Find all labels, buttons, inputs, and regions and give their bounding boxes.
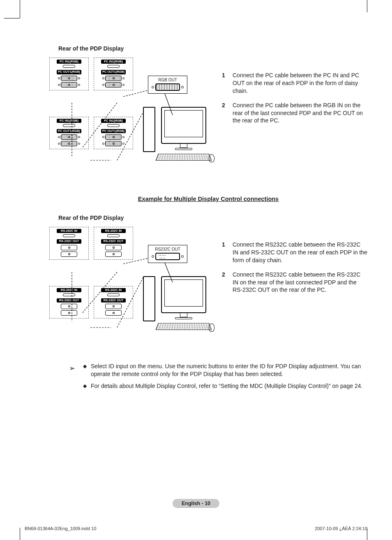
step-item: 2 Connect the PC cable between the RGB I…: [222, 102, 367, 125]
computer-illustration: [143, 276, 213, 332]
pdp-panel: PC IN1(RGB) PC OUT1(RGB): [49, 117, 89, 150]
pdp-panel: RS-232C IN RS-232C OUT: [94, 286, 133, 319]
pdp-panel: PC IN1(RGB) PC OUT1(RGB): [49, 58, 89, 90]
note-text: For details about Multiple Display Contr…: [91, 382, 362, 390]
steps-list-1: 1 Connect the PC cable between the PC IN…: [222, 72, 367, 125]
keyboard-icon: [156, 154, 212, 161]
page-number-badge: English - 10: [173, 499, 219, 508]
vga-connector: [58, 76, 80, 81]
serial-connector: [61, 304, 77, 309]
port-label-out: RS-232C OUT: [101, 239, 126, 243]
port-label-in: PC IN1(RGB): [57, 60, 81, 64]
serial-connector: [105, 245, 122, 250]
vga-connector: [102, 134, 125, 140]
pdp-panel: RS-232C IN RS-232C OUT: [49, 286, 89, 319]
diamond-icon: ◆: [83, 382, 87, 390]
keyboard-icon: [156, 323, 212, 330]
port-slot: [107, 234, 120, 237]
step-number: 2: [222, 102, 228, 125]
vga-connector: [102, 82, 125, 88]
diamond-icon: ◆: [83, 362, 87, 378]
serial-connector: [105, 304, 122, 309]
port-label-out: RS-232C OUT: [101, 298, 126, 302]
serial-connector: [61, 252, 77, 257]
section2-title: Rear of the PDP Display: [58, 215, 367, 221]
serial-connector: [61, 310, 77, 316]
mid-heading: Example for Multiple Display Control con…: [49, 196, 367, 202]
rs232c-out-label: RS232C OUT: [152, 247, 184, 252]
note-text: Select ID input on the menu. Use the num…: [91, 362, 363, 378]
port-label-out: PC OUT1(RGB): [57, 129, 81, 133]
step-item: 2 Connect the RS232C cable between the R…: [222, 271, 367, 294]
port-slot: [107, 65, 120, 68]
rgb-out-box: RGB OUT: [148, 76, 187, 94]
step-text: Connect the PC cable between the PC IN a…: [233, 72, 367, 95]
port-label-in: RS-232C IN: [101, 229, 126, 233]
port-label-in: PC IN1(RGB): [101, 119, 126, 123]
computer-illustration: [143, 107, 213, 162]
steps-list-2: 1 Connect the RS232C cable between the R…: [222, 241, 367, 294]
port-slot: [107, 293, 120, 296]
chevron-icon: ➢: [69, 363, 75, 373]
vga-connector: [58, 134, 80, 140]
monitor-icon: [161, 276, 206, 313]
serial-port-icon: [155, 253, 180, 260]
port-slot: [107, 124, 120, 127]
port-label-in: PC IN1(RGB): [101, 60, 126, 64]
port-slot: [63, 124, 75, 127]
footer-filename: BN68-01364A-02Eng_1009.indd 10: [25, 526, 96, 531]
rgb-out-label: RGB OUT: [152, 78, 184, 82]
note-item: ◆ For details about Multiple Display Con…: [83, 382, 363, 390]
port-label-out: PC OUT1(RGB): [101, 129, 126, 133]
port-label-in: RS-232C IN: [57, 288, 81, 292]
step-text: Connect the RS232C cable between the RS-…: [233, 271, 367, 294]
port-slot: [63, 65, 75, 68]
pdp-panel: PC IN1(RGB) PC OUT1(RGB): [94, 117, 133, 150]
vga-connector: [102, 141, 125, 146]
step-text: Connect the PC cable between the RGB IN …: [233, 102, 367, 125]
vga-connector: [58, 82, 80, 88]
serial-connector: [105, 252, 122, 257]
pdp-panel: PC IN1(RGB) PC OUT1(RGB): [94, 58, 133, 90]
port-label-in: PC IN1(RGB): [57, 119, 81, 123]
step-number: 1: [222, 241, 228, 264]
rs232c-out-box: RS232C OUT: [148, 245, 187, 263]
diagram-rs232c: RS-232C IN RS-232C OUT RS-232C IN RS-232…: [49, 227, 214, 350]
serial-connector: [61, 245, 77, 250]
vga-port-icon: [155, 83, 180, 91]
step-item: 1 Connect the PC cable between the PC IN…: [222, 72, 367, 95]
pc-tower-icon: [143, 276, 155, 321]
port-slot: [63, 293, 75, 296]
port-label-out: PC OUT1(RGB): [101, 70, 126, 74]
port-label-in: RS-232C IN: [101, 288, 126, 292]
vga-connector: [102, 76, 125, 81]
port-slot: [63, 234, 75, 237]
pdp-panel: RS-232C IN RS-232C OUT: [49, 227, 89, 260]
serial-connector: [105, 310, 122, 316]
notes-block: ➢ ◆ Select ID input on the menu. Use the…: [49, 362, 367, 390]
step-text: Connect the RS232C cable between the RS-…: [233, 241, 367, 264]
footer-timestamp: 2007-10-09 ¿ÀÈÄ 2:24:10: [315, 526, 367, 531]
step-item: 1 Connect the RS232C cable between the R…: [222, 241, 367, 264]
mouse-icon: [209, 323, 214, 332]
port-label-in: RS-232C IN: [57, 229, 81, 233]
step-number: 1: [222, 72, 228, 95]
pdp-panel: RS-232C IN RS-232C OUT: [94, 227, 133, 260]
port-label-out: PC OUT1(RGB): [57, 70, 81, 74]
note-item: ◆ Select ID input on the menu. Use the n…: [83, 362, 363, 378]
monitor-icon: [161, 107, 206, 144]
pc-tower-icon: [143, 107, 155, 152]
mouse-icon: [209, 154, 214, 162]
port-label-out: RS-232C OUT: [57, 298, 81, 302]
step-number: 2: [222, 271, 228, 294]
port-label-out: RS-232C OUT: [57, 239, 81, 243]
vga-connector: [58, 141, 80, 146]
diagram-rgb: PC IN1(RGB) PC OUT1(RGB) PC IN1(RGB) PC …: [49, 58, 214, 177]
section1-title: Rear of the PDP Display: [58, 45, 367, 52]
